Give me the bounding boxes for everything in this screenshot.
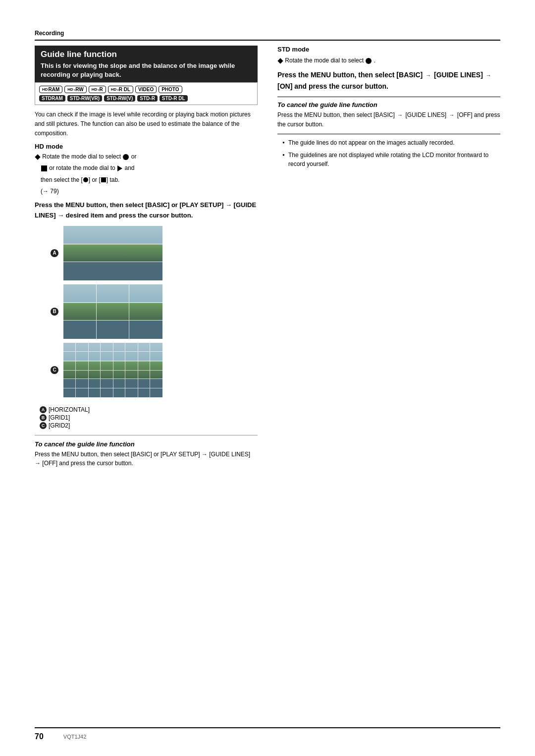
arrow-guide: → — [486, 71, 491, 80]
hd-mode-instructions: Rotate the mode dial to select or or rot… — [35, 152, 258, 196]
media-badges: HDRAM HD-RW HD-R HD-R DL VIDEO PHOTO — [35, 82, 258, 105]
screenshot-image-a — [63, 226, 162, 280]
two-col-layout: Guide line function This is for viewing … — [35, 46, 500, 473]
water-b — [63, 320, 162, 339]
badge-hd-rw: HD-RW — [64, 86, 86, 93]
guide-header-box: Guide line function This is for viewing … — [35, 46, 258, 82]
circle-icon-std — [366, 58, 372, 64]
hd-line1-text: Rotate the mode dial to select — [42, 153, 121, 160]
page-footer: 70 VQT1J42 — [35, 727, 500, 741]
arrow-off-std: → — [449, 111, 454, 119]
legend-text-a: [HORIZONTAL] — [49, 406, 90, 413]
legend-a: A [HORIZONTAL] — [40, 406, 258, 413]
badge-hd-ram: HDRAM — [39, 86, 62, 93]
badge-std-rwv: STD-RW(V) — [104, 95, 135, 102]
water-a — [63, 261, 162, 280]
badge-std-rwvr: STD-RW(VR) — [67, 95, 102, 102]
legend-circle-c: C — [40, 422, 47, 429]
hd-line4: (→ 79) — [41, 187, 258, 196]
bullet-item-2: The guidelines are not displayed while r… — [282, 151, 500, 169]
screenshot-label-a: A — [50, 249, 58, 257]
badge-row-std: STDRAM STD-RW(VR) STD-RW(V) STD-R STD-R … — [39, 95, 253, 102]
badge-hd-rdl: HD-R DL — [108, 86, 133, 93]
std-rule-2 — [277, 134, 500, 134]
screenshot-item-a: A — [50, 226, 258, 280]
legend-c: C [GRID2] — [40, 422, 258, 429]
hd-mode-label: HD mode — [35, 143, 258, 150]
std-rule — [277, 97, 500, 97]
screenshot-list: A B — [50, 226, 258, 401]
legend-items: A [HORIZONTAL] B [GRID1] C [GRID2] — [40, 406, 258, 429]
screenshot-item-b: B — [50, 284, 258, 339]
badge-hd-r: HD-R — [89, 86, 106, 93]
legend-circle-a: A — [40, 406, 47, 413]
legend-b: B [GRID1] — [40, 414, 258, 421]
right-column: STD mode Rotate the mode dial to select … — [277, 46, 500, 473]
bullet-item-1: The guide lines do not appear on the ima… — [282, 138, 500, 148]
hd-line1: Rotate the mode dial to select or — [35, 152, 258, 162]
guide-title: Guide line function — [41, 50, 252, 59]
badge-row-hd: HDRAM HD-RW HD-R HD-R DL VIDEO PHOTO — [39, 86, 253, 93]
circle-icon-hd — [123, 154, 129, 160]
h-line-1a — [63, 244, 162, 244]
mountain-a — [63, 245, 162, 261]
std-bold-block: Press the MENU button, then select [BASI… — [277, 69, 500, 92]
screenshot-label-c: C — [50, 366, 58, 374]
screenshot-image-b — [63, 284, 162, 339]
hd-and: and — [124, 164, 134, 171]
page-code: VQT1J42 — [63, 734, 86, 740]
play-icon — [117, 165, 122, 171]
top-rule — [35, 40, 500, 41]
cancel-std-label: To cancel the guide line function — [277, 101, 500, 108]
tab-square-icon — [101, 177, 106, 182]
badge-std-ram: STDRAM — [39, 95, 65, 102]
left-column: Guide line function This is for viewing … — [35, 46, 258, 473]
badge-video: VIDEO — [135, 86, 157, 93]
legend-text-b: [GRID1] — [49, 414, 70, 421]
screenshot-image-c — [63, 343, 162, 397]
page: Recording Guide line function This is fo… — [0, 0, 535, 756]
page-number: 70 — [35, 732, 44, 741]
h-line-2a — [63, 262, 162, 262]
hd-or: or — [131, 153, 137, 160]
hd-line2: or rotate the mode dial to and — [35, 163, 258, 173]
std-mode-line1: Rotate the mode dial to select . — [277, 56, 500, 65]
diamond-icon — [35, 154, 40, 160]
mountain-b — [63, 303, 162, 320]
screenshot-item-c: C — [50, 343, 258, 397]
cancel-hd-text: Press the MENU button, then select [BASI… — [35, 450, 258, 468]
std-mode-label: STD mode — [277, 46, 500, 53]
bottom-rule-hd — [35, 435, 258, 435]
cancel-std-text: Press the MENU button, then select [BASI… — [277, 110, 500, 129]
bullet-list: The guide lines do not appear on the ima… — [282, 138, 500, 169]
badge-std-r: STD-R — [137, 95, 158, 102]
badge-photo: PHOTO — [159, 86, 182, 93]
guide-subtitle: This is for viewing the slope and the ba… — [41, 61, 252, 79]
screenshot-label-b: B — [50, 307, 58, 316]
tab-circle-icon — [83, 177, 88, 182]
arrow-basic-std: → — [397, 111, 403, 119]
square-icon — [41, 165, 47, 171]
section-label: Recording — [35, 30, 500, 37]
body-text: You can check if the image is level whil… — [35, 110, 258, 138]
badge-std-rdl: STD-R DL — [160, 95, 188, 102]
hd-line2-text: or rotate the mode dial to — [49, 164, 115, 171]
arrow-basic: → — [426, 71, 431, 80]
legend-circle-b: B — [40, 414, 47, 421]
diamond-icon-std — [277, 58, 283, 63]
bold-block-text: Press the MENU button, then select [BASI… — [35, 201, 256, 219]
cancel-hd-label: To cancel the guide line function — [35, 440, 258, 448]
legend-text-c: [GRID2] — [49, 422, 70, 429]
bold-block: Press the MENU button, then select [BASI… — [35, 200, 258, 221]
hd-line3: then select the [] or [] tab. — [35, 175, 258, 185]
